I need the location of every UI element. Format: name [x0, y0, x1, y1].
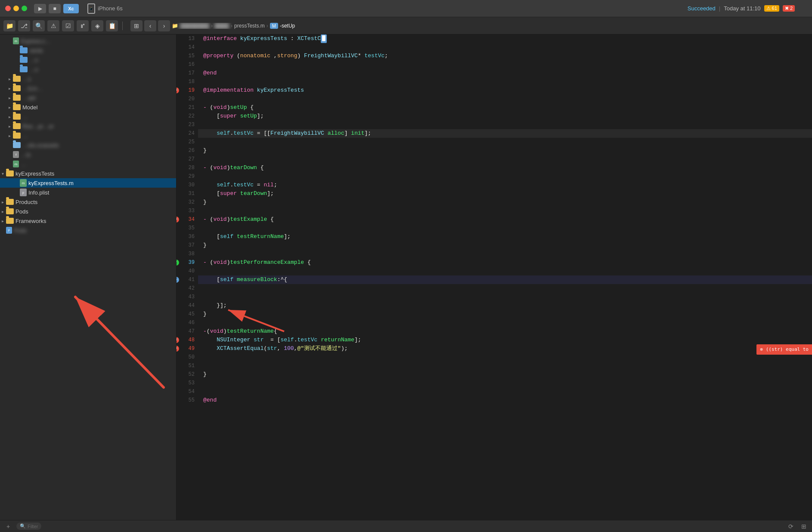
disclosure-8: [7, 114, 12, 119]
sidebar-item-8[interactable]: …: [0, 112, 176, 121]
breadcrumb-symbol-icon: M: [270, 23, 278, 29]
folder-icon-model: [13, 104, 21, 110]
history-button[interactable]: ⟳: [786, 522, 796, 531]
ln-37: 37: [180, 241, 195, 250]
sidebar-item-9[interactable]: …: [0, 131, 176, 140]
test-navigator-button[interactable]: ☑: [62, 20, 74, 31]
sidebar-item-7[interactable]: …ael: [0, 93, 176, 102]
back-button[interactable]: ‹: [144, 20, 156, 31]
disclosure-frameworks: [0, 218, 5, 223]
code-line-44: }];: [198, 301, 812, 310]
folder-icon-8: [13, 114, 21, 120]
issue-navigator-button[interactable]: ⚠: [47, 20, 59, 31]
sidebar-item-products[interactable]: Products: [0, 197, 176, 207]
debug-navigator-button[interactable]: ⑈: [77, 20, 89, 31]
item-label-kyexpresstests-m: kyExpressTests.m: [28, 180, 173, 186]
close-button[interactable]: [5, 6, 11, 11]
error-tooltip: ⊗ ((str) equal to: [756, 344, 812, 355]
code-line-32: }: [198, 198, 812, 207]
report-navigator-button[interactable]: 📋: [106, 20, 118, 31]
code-line-52: }: [198, 370, 812, 379]
code-line-45: }: [198, 310, 812, 319]
separator-1: [122, 22, 123, 30]
sidebar-item-model[interactable]: Model: [0, 102, 176, 112]
error-badge-19: ✖: [177, 87, 179, 93]
sidebar-item-1[interactable]: m Express.c…: [0, 36, 176, 46]
toolbar: 📁 ⎇ 🔍 ⚠ ☑ ⑈ ◈ 📋 ⊞ ‹ › 📁 ████████ › ████ …: [0, 17, 812, 34]
line-numbers: 13 14 15 16 17 18 ✖ 19 20 21 22 23 24 25…: [177, 34, 198, 520]
breadcrumb-folder: 📁: [172, 23, 178, 29]
file-navigator-button[interactable]: 📁: [3, 20, 15, 31]
ln-36: 36: [180, 232, 195, 241]
sidebar-item-pods[interactable]: Pods: [0, 207, 176, 216]
sidebar-item-6[interactable]: …ILin…: [0, 84, 176, 93]
sidebar-item-xcassets[interactable]: …ets.xcassets: [0, 140, 176, 150]
ln-16: 16: [180, 60, 195, 69]
scheme-button[interactable]: Xc: [63, 4, 79, 13]
warning-count: ⚠ 61: [764, 5, 779, 12]
item-text-10: …ts: [21, 152, 173, 158]
folder-icon-frameworks: [6, 218, 14, 224]
item-label-frameworks: Frameworks: [15, 218, 173, 224]
jump-bar-button[interactable]: ⊞: [130, 20, 143, 31]
code-line-50: [198, 353, 812, 362]
ln-49: ✖ 49: [180, 344, 195, 353]
sidebar-item-3[interactable]: …n: [0, 55, 176, 65]
code-area[interactable]: 13 14 15 16 17 18 ✖ 19 20 21 22 23 24 25…: [177, 34, 812, 520]
device-name: iPhone 6s: [98, 5, 123, 12]
sidebar-item-4[interactable]: …o: [0, 65, 176, 74]
code-line-47: -(void)testReturnName{: [198, 327, 812, 336]
filter-input-container[interactable]: 🔍 Filter: [16, 523, 41, 530]
breadcrumb-project: ████████: [180, 23, 209, 29]
titlebar-controls: ▶ ■ Xc: [34, 4, 79, 13]
file-icon-plist: p: [20, 189, 27, 196]
item-label-pods: Pods: [15, 208, 173, 215]
folder-icon-6: [13, 85, 21, 91]
item-label-pods-file: Pods: [14, 227, 173, 234]
titlebar: ▶ ■ Xc 📱 iPhone 6s Succeeded | Today at …: [0, 0, 812, 17]
code-line-16: [198, 60, 812, 69]
source-control-button[interactable]: ⎇: [18, 20, 30, 31]
error-count: ✖ 2: [783, 5, 795, 12]
code-line-15: @property (nonatomic ,strong) FreightWay…: [198, 52, 812, 60]
symbol-navigator-button[interactable]: 🔍: [33, 20, 45, 31]
code-line-41: [self measureBlock:^{: [198, 275, 812, 284]
sidebar-item-10[interactable]: f …ts: [0, 150, 176, 159]
sidebar-item-pods-file[interactable]: P Pods: [0, 226, 176, 235]
code-lines-container[interactable]: @interface kyExpressTests : XCTestC█ @pr…: [198, 34, 812, 520]
forward-button[interactable]: ›: [158, 20, 170, 31]
play-button[interactable]: ▶: [34, 4, 46, 13]
device-selector[interactable]: 📱 iPhone 6s: [87, 3, 123, 14]
sidebar-item-11[interactable]: m …: [0, 159, 176, 169]
sidebar-item-roo[interactable]: Roo…pr…er: [0, 121, 176, 131]
maximize-button[interactable]: [22, 6, 27, 11]
build-time: Today at 11:10: [724, 5, 760, 12]
ln-48: ✖ 48: [180, 336, 195, 344]
add-file-button[interactable]: +: [3, 522, 13, 531]
folder-icon-5: [13, 76, 21, 82]
ln-15: 15: [180, 52, 195, 60]
folder-icon-2: [20, 47, 28, 53]
sidebar-item-info-plist[interactable]: p Info.plist: [0, 188, 176, 197]
stop-button[interactable]: ■: [49, 4, 61, 13]
minimize-button[interactable]: [13, 6, 19, 11]
sidebar-item-kyexpresstests[interactable]: kyExpressTests: [0, 169, 176, 178]
item-text-6: …ILin…: [22, 85, 173, 92]
breadcrumb-symbol: -setUp: [280, 23, 295, 29]
folder-icon-7: [13, 95, 21, 101]
sidebar-item-frameworks[interactable]: Frameworks: [0, 216, 176, 226]
sidebar-item-2[interactable]: nents: [0, 46, 176, 55]
hierarchy-button[interactable]: ⊞: [799, 522, 809, 531]
breakpoint-navigator-button[interactable]: ◈: [91, 20, 103, 31]
bottombar: + 🔍 Filter ⟳ ⊞: [0, 520, 812, 532]
folder-icon-pods: [6, 208, 14, 214]
ln-23: 23: [180, 121, 195, 129]
ln-31: 31: [180, 189, 195, 198]
folder-icon-xcassets: [13, 142, 21, 148]
sidebar-item-5[interactable]: …s: [0, 74, 176, 84]
main-area: m Express.c… nents …n …o …s …ILin…: [0, 34, 812, 520]
sidebar-item-kyexpresstests-m[interactable]: m kyExpressTests.m: [0, 178, 176, 188]
code-line-21: - (void)setUp {: [198, 103, 812, 112]
ln-21: 21: [180, 103, 195, 112]
ln-44: 44: [180, 301, 195, 310]
